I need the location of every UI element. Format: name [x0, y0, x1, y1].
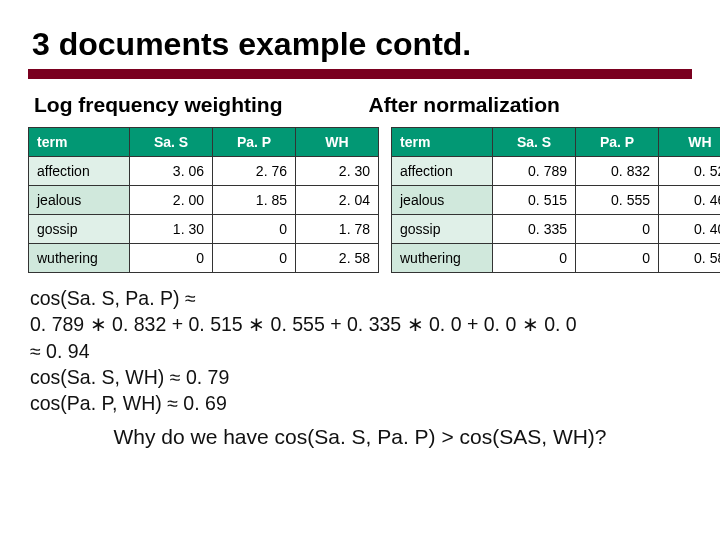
cell-val: 0 — [576, 244, 659, 273]
subtitles-row: Log frequency weighting After normalizat… — [34, 93, 692, 117]
math-line: cos(Sa. S, WH) ≈ 0. 79 — [30, 364, 690, 390]
cell-val: 0. 515 — [493, 186, 576, 215]
table-row: wuthering 0 0 2. 58 — [29, 244, 379, 273]
col-header-wh: WH — [659, 128, 721, 157]
cell-val: 0. 524 — [659, 157, 721, 186]
cell-term: affection — [392, 157, 493, 186]
table-normalized: term Sa. S Pa. P WH affection 0. 789 0. … — [391, 127, 720, 273]
subtitle-right: After normalization — [369, 93, 560, 117]
col-header-sas: Sa. S — [493, 128, 576, 157]
cell-term: affection — [29, 157, 130, 186]
slide: 3 documents example contd. Log frequency… — [0, 0, 720, 540]
col-header-term: term — [29, 128, 130, 157]
table-row: jealous 0. 515 0. 555 0. 465 — [392, 186, 721, 215]
closing-question: Why do we have cos(Sa. S, Pa. P) > cos(S… — [28, 425, 692, 449]
cell-val: 2. 76 — [213, 157, 296, 186]
cell-term: gossip — [392, 215, 493, 244]
table-row: gossip 0. 335 0 0. 405 — [392, 215, 721, 244]
cell-term: wuthering — [29, 244, 130, 273]
cell-val: 1. 78 — [296, 215, 379, 244]
math-line: cos(Pa. P, WH) ≈ 0. 69 — [30, 390, 690, 416]
col-header-pap: Pa. P — [576, 128, 659, 157]
cell-val: 2. 04 — [296, 186, 379, 215]
cell-val: 0. 335 — [493, 215, 576, 244]
cell-val: 0. 555 — [576, 186, 659, 215]
table-log-freq: term Sa. S Pa. P WH affection 3. 06 2. 7… — [28, 127, 379, 273]
cell-val: 0 — [213, 244, 296, 273]
cell-val: 0 — [493, 244, 576, 273]
table-row: jealous 2. 00 1. 85 2. 04 — [29, 186, 379, 215]
table-row: gossip 1. 30 0 1. 78 — [29, 215, 379, 244]
cell-term: jealous — [29, 186, 130, 215]
table-header-row: term Sa. S Pa. P WH — [392, 128, 721, 157]
cell-val: 1. 85 — [213, 186, 296, 215]
cell-val: 0. 588 — [659, 244, 721, 273]
math-line: 0. 789 ∗ 0. 832 + 0. 515 ∗ 0. 555 + 0. 3… — [30, 311, 690, 337]
cell-val: 2. 58 — [296, 244, 379, 273]
cell-val: 0 — [213, 215, 296, 244]
cell-val: 0 — [576, 215, 659, 244]
table-row: affection 3. 06 2. 76 2. 30 — [29, 157, 379, 186]
cell-val: 2. 30 — [296, 157, 379, 186]
cell-val: 0. 405 — [659, 215, 721, 244]
math-line: ≈ 0. 94 — [30, 338, 690, 364]
cell-term: gossip — [29, 215, 130, 244]
slide-title: 3 documents example contd. — [32, 26, 692, 63]
cell-val: 0. 789 — [493, 157, 576, 186]
col-header-term: term — [392, 128, 493, 157]
col-header-pap: Pa. P — [213, 128, 296, 157]
cell-val: 1. 30 — [130, 215, 213, 244]
tables-row: term Sa. S Pa. P WH affection 3. 06 2. 7… — [28, 127, 692, 273]
cosine-computation: cos(Sa. S, Pa. P) ≈ 0. 789 ∗ 0. 832 + 0.… — [30, 285, 690, 417]
math-line: cos(Sa. S, Pa. P) ≈ — [30, 285, 690, 311]
subtitle-left: Log frequency weighting — [34, 93, 283, 117]
cell-val: 0. 465 — [659, 186, 721, 215]
cell-term: jealous — [392, 186, 493, 215]
table-row: affection 0. 789 0. 832 0. 524 — [392, 157, 721, 186]
cell-val: 2. 00 — [130, 186, 213, 215]
cell-val: 3. 06 — [130, 157, 213, 186]
col-header-sas: Sa. S — [130, 128, 213, 157]
table-row: wuthering 0 0 0. 588 — [392, 244, 721, 273]
cell-term: wuthering — [392, 244, 493, 273]
col-header-wh: WH — [296, 128, 379, 157]
cell-val: 0 — [130, 244, 213, 273]
title-divider — [28, 69, 692, 79]
table-header-row: term Sa. S Pa. P WH — [29, 128, 379, 157]
cell-val: 0. 832 — [576, 157, 659, 186]
